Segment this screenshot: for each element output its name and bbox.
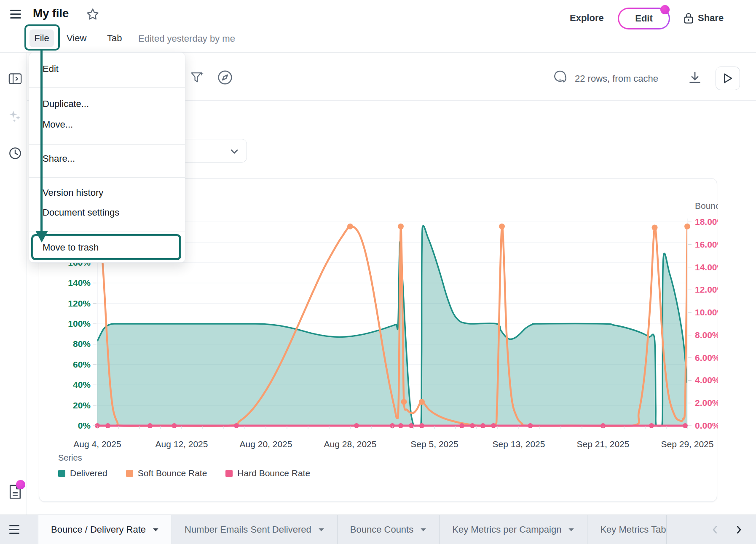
tab-label: Key Metrics Tab <box>600 524 666 535</box>
star-icon[interactable] <box>86 8 99 23</box>
svg-text:6.00%: 6.00% <box>695 353 718 363</box>
tabs-scroll-right-icon[interactable] <box>733 524 744 537</box>
file-menu-dropdown: EditDuplicate...Move...Share...Version h… <box>29 52 185 263</box>
svg-text:14.00%: 14.00% <box>695 262 718 272</box>
menu-divider <box>29 232 185 232</box>
svg-text:0.00%: 0.00% <box>695 421 718 430</box>
svg-text:Sep 21, 2025: Sep 21, 2025 <box>577 439 630 449</box>
svg-text:Aug 4, 2025: Aug 4, 2025 <box>73 439 121 449</box>
chat-sparkle-icon[interactable] <box>552 69 568 87</box>
svg-text:12.00%: 12.00% <box>695 285 718 294</box>
svg-text:Aug 20, 2025: Aug 20, 2025 <box>240 439 292 449</box>
tab-label: Bounce / Delivery Rate <box>51 524 146 535</box>
legend-label: Soft Bounce Rate <box>138 468 207 478</box>
svg-text:Sep 29, 2025: Sep 29, 2025 <box>661 439 714 449</box>
legend-item-hard-bounce-rate[interactable]: Hard Bounce Rate <box>225 468 310 478</box>
svg-text:Sep 5, 2025: Sep 5, 2025 <box>410 439 458 449</box>
menubar-view[interactable]: View <box>67 33 86 44</box>
menu-item-version-history[interactable]: Version history <box>29 183 185 203</box>
legend-swatch <box>225 470 233 477</box>
legend-item-delivered[interactable]: Delivered <box>58 468 107 478</box>
menubar-tab[interactable]: Tab <box>107 33 122 44</box>
sparkles-icon[interactable] <box>8 109 23 125</box>
menu-divider <box>29 177 185 178</box>
tab-label: Number Emails Sent Delivered <box>185 524 311 535</box>
page-title: My file <box>33 7 69 20</box>
tab-number-emails-sent-delivered[interactable]: Number Emails Sent Delivered <box>172 515 338 544</box>
legend-item-soft-bounce-rate[interactable]: Soft Bounce Rate <box>126 468 207 478</box>
svg-text:2.00%: 2.00% <box>695 398 718 408</box>
tab-key-metrics-tab[interactable]: Key Metrics Tab <box>587 515 666 544</box>
edited-status: Edited yesterday by me <box>138 33 235 44</box>
svg-text:Aug 28, 2025: Aug 28, 2025 <box>324 439 377 449</box>
compass-icon[interactable] <box>217 69 233 88</box>
legend-swatch <box>126 470 133 477</box>
tab-caret-icon <box>568 528 574 532</box>
svg-text:4.00%: 4.00% <box>695 375 718 385</box>
svg-text:Sep 13, 2025: Sep 13, 2025 <box>493 439 545 449</box>
legend-label: Hard Bounce Rate <box>237 468 310 478</box>
run-button[interactable] <box>716 67 740 90</box>
svg-text:0%: 0% <box>78 421 91 430</box>
tab-caret-icon <box>420 528 426 532</box>
app-window: My file Explore Edit Share File View Tab… <box>0 0 756 544</box>
tab-label: Key Metrics per Campaign <box>452 524 561 535</box>
svg-text:16.00%: 16.00% <box>695 240 718 249</box>
menu-item-move[interactable]: Move... <box>29 115 185 135</box>
svg-text:120%: 120% <box>68 299 91 308</box>
chevron-down-icon <box>230 147 239 156</box>
svg-text:80%: 80% <box>73 339 91 349</box>
legend-title: Series <box>58 453 82 463</box>
svg-text:Bounce: Bounce <box>695 201 718 211</box>
tab-label: Bounce Counts <box>350 524 413 535</box>
lock-icon <box>683 12 694 26</box>
svg-text:60%: 60% <box>73 360 91 369</box>
panel-toggle-icon[interactable] <box>8 72 22 87</box>
menu-item-duplicate[interactable]: Duplicate... <box>29 94 185 114</box>
menu-item-document-settings[interactable]: Document settings <box>29 203 185 223</box>
explore-button[interactable]: Explore <box>570 13 604 24</box>
tab-caret-icon <box>153 528 159 532</box>
chart-legend: DeliveredSoft Bounce RateHard Bounce Rat… <box>58 468 310 478</box>
svg-text:140%: 140% <box>68 278 91 288</box>
history-clock-icon[interactable] <box>8 147 22 162</box>
svg-text:18.00%: 18.00% <box>695 217 718 227</box>
rows-status: 22 rows, from cache <box>575 73 658 84</box>
svg-text:8.00%: 8.00% <box>695 330 718 340</box>
annotation-box-file <box>24 24 60 51</box>
download-icon[interactable] <box>688 71 702 87</box>
tab-caret-icon <box>318 528 324 532</box>
tabs-menu-icon[interactable] <box>9 525 19 534</box>
share-button[interactable]: Share <box>698 13 724 24</box>
main-menu-icon[interactable] <box>10 10 21 19</box>
menu-divider <box>29 144 185 145</box>
annotation-arrow <box>40 51 43 232</box>
svg-text:40%: 40% <box>73 380 91 389</box>
svg-text:10.00%: 10.00% <box>695 307 718 317</box>
tab-bounce-delivery-rate[interactable]: Bounce / Delivery Rate <box>38 515 172 544</box>
tab-bounce-counts[interactable]: Bounce Counts <box>338 515 440 544</box>
tab-key-metrics-per-campaign[interactable]: Key Metrics per Campaign <box>440 515 587 544</box>
tabs-scroll-left-icon[interactable] <box>710 524 721 537</box>
legend-label: Delivered <box>70 468 107 478</box>
menu-item-edit[interactable]: Edit <box>29 59 185 79</box>
svg-text:20%: 20% <box>73 400 91 410</box>
filter-sparkle-icon[interactable] <box>190 70 205 87</box>
menu-divider <box>29 87 185 88</box>
legend-swatch <box>58 470 65 477</box>
svg-text:100%: 100% <box>68 319 91 328</box>
menu-item-share[interactable]: Share... <box>29 149 185 169</box>
bottom-tab-bar: Bounce / Delivery RateNumber Emails Sent… <box>0 515 756 544</box>
document-notification-dot <box>16 480 25 489</box>
svg-text:Aug 12, 2025: Aug 12, 2025 <box>155 439 208 449</box>
annotation-box-move-to-trash <box>31 234 181 260</box>
edit-notification-dot <box>660 5 670 14</box>
